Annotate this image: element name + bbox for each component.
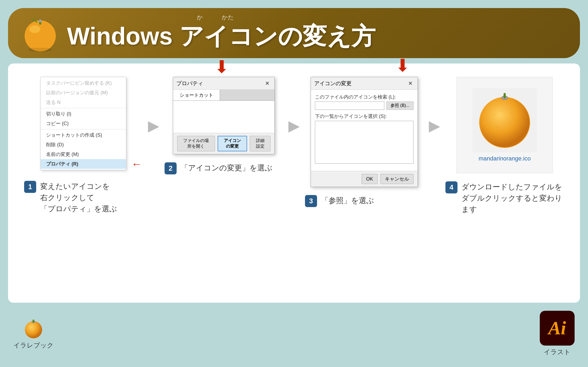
svg-point-10: [480, 98, 530, 147]
context-menu: タスクバーにピン留めする (K) 以前のバージョンの復元 (M) 送る N 切り…: [40, 77, 126, 170]
step-3-number: 3: [305, 195, 317, 207]
brand-right: Ai イラスト: [540, 311, 575, 356]
step-3-desc: 3 「参照」を選ぶ: [305, 195, 423, 207]
menu-item-send: 送る N: [41, 98, 126, 107]
icon-list-label: 下の一覧からアイコンを選択 (S):: [315, 113, 414, 119]
dialog-tab-shortcut[interactable]: ショートカット: [173, 90, 220, 100]
step-4: mandarinorange.ico 4 ダウンロードしたファイルをダブルクリッ…: [445, 77, 564, 215]
mandarin-small-icon: [23, 317, 44, 339]
menu-divider-2: [41, 129, 126, 129]
svg-point-15: [496, 126, 497, 128]
dialog-tabs-2: ショートカット: [173, 90, 274, 101]
filename-text: mandarinorange.ico: [479, 155, 531, 162]
svg-point-2: [29, 25, 40, 33]
icon-search-label: このファイル内のアイコンを検索 (L):: [315, 94, 414, 100]
icon-list-box: [315, 121, 414, 164]
icon-dialog-titlebar: アイコンの変更 ✕: [311, 77, 418, 90]
svg-point-13: [511, 113, 512, 114]
brand-left: イラレブック: [13, 317, 54, 350]
icon-dialog-title: アイコンの変更: [314, 80, 352, 87]
step-4-number: 4: [445, 181, 457, 193]
btn-open-location[interactable]: ファイルの場所を開く: [177, 136, 215, 151]
page-wrapper: か かた Windows アイコンの変え方 タスクバーにピン留めする (K) 以…: [0, 0, 588, 367]
arrow-3: ▶: [429, 117, 440, 134]
title-text-block: か かた Windows アイコンの変え方: [67, 13, 375, 53]
step-4-text: ダウンロードしたファイルをダブルクリックすると変わります: [462, 181, 564, 215]
icon-dialog-close[interactable]: ✕: [406, 79, 414, 87]
svg-point-6: [28, 48, 52, 52]
step-2: プロパティ ✕ ショートカット ファイルの場所を開く アイコンの変更 詳細設定: [165, 77, 283, 174]
step-2-number: 2: [165, 162, 177, 174]
icon-ok-btn[interactable]: OK: [362, 174, 378, 184]
icon-browse-btn[interactable]: 参照 (B)...: [386, 102, 414, 110]
mandarin-icon-header: [21, 14, 59, 52]
arrow-1: ▶: [148, 117, 159, 134]
svg-point-14: [515, 120, 516, 121]
header-banner: か かた Windows アイコンの変え方: [8, 8, 580, 58]
icon-dialog-footer: OK キャンセル: [311, 171, 418, 187]
dialog-title-2: プロパティ: [176, 80, 203, 87]
menu-item-properties[interactable]: プロパティ (R) ←: [41, 159, 126, 169]
red-arrow-properties: ←: [131, 158, 142, 170]
step-2-text: 「アイコンの変更」を選ぶ: [181, 162, 273, 174]
svg-point-12: [501, 110, 503, 111]
svg-point-11: [493, 114, 494, 115]
dialog-titlebar-2: プロパティ ✕: [173, 77, 274, 90]
icon-search-input[interactable]: [315, 102, 384, 110]
step-1: タスクバーにピン留めする (K) 以前のバージョンの復元 (M) 送る N 切り…: [24, 77, 143, 215]
step-3: アイコンの変更 ✕ このファイル内のアイコンを検索 (L): 参照 (B)...…: [305, 77, 423, 207]
bottom-row: イラレブック Ai イラスト: [8, 308, 580, 359]
steps-row: タスクバーにピン留めする (K) 以前のバージョンの復元 (M) 送る N 切り…: [24, 77, 564, 289]
icon-cancel-btn[interactable]: キャンセル: [380, 174, 414, 184]
menu-item-pin: タスクバーにピン留めする (K): [41, 78, 126, 88]
mandarin-large: [472, 88, 537, 152]
step-3-text: 「参照」を選ぶ: [321, 195, 374, 206]
menu-divider-1: [41, 108, 126, 108]
header-title: Windows アイコンの変え方: [67, 20, 375, 53]
step-4-desc: 4 ダウンロードしたファイルをダブルクリックすると変わります: [445, 181, 564, 215]
btn-change-icon[interactable]: アイコンの変更: [218, 136, 247, 151]
svg-point-21: [25, 321, 42, 338]
menu-item-restore: 以前のバージョンの復元 (M): [41, 88, 126, 98]
icon-dialog-body: このファイル内のアイコンを検索 (L): 参照 (B)... 下の一覧からアイコ…: [311, 90, 418, 171]
menu-item-delete: 削除 (D): [41, 140, 126, 149]
step-2-desc: 2 「アイコンの変更」を選ぶ: [165, 162, 283, 174]
arrow-2: ▶: [288, 117, 300, 134]
step-1-desc: 1 変えたいアイコンを右クリックして「プロパティ」を選ぶ: [24, 181, 143, 215]
step-1-text: 変えたいアイコンを右クリックして「プロパティ」を選ぶ: [40, 181, 117, 215]
red-arrow-step3: ⬇: [395, 57, 410, 74]
ai-text: Ai: [548, 317, 566, 339]
step-1-number: 1: [24, 181, 36, 193]
menu-item-cut: 切り取り (I): [41, 109, 126, 119]
svg-rect-19: [504, 93, 506, 98]
menu-item-shortcut: ショートカットの作成 (S): [41, 130, 126, 140]
svg-point-5: [39, 20, 41, 22]
menu-item-rename: 名前の変更 (M): [41, 149, 126, 159]
brand-right-label: イラスト: [544, 348, 571, 356]
brand-left-label: イラレブック: [13, 341, 54, 350]
ai-logo: Ai: [540, 311, 575, 346]
btn-advanced[interactable]: 詳細設定: [250, 136, 270, 151]
main-content: タスクバーにピン留めする (K) 以前のバージョンの復元 (M) 送る N 切り…: [8, 63, 580, 303]
dialog-footer-2: ファイルの場所を開く アイコンの変更 詳細設定: [173, 133, 274, 154]
svg-rect-24: [33, 320, 34, 323]
red-arrow-step2: ⬇: [214, 58, 229, 76]
properties-dialog: プロパティ ✕ ショートカット ファイルの場所を開く アイコンの変更 詳細設定: [173, 77, 275, 154]
svg-point-1: [25, 21, 55, 51]
icon-search-row: 参照 (B)...: [315, 102, 414, 110]
menu-item-copy: コピー (C): [41, 119, 126, 128]
icon-dialog: アイコンの変更 ✕ このファイル内のアイコンを検索 (L): 参照 (B)...…: [311, 77, 418, 187]
file-display: mandarinorange.ico: [456, 77, 553, 173]
dialog-close-2[interactable]: ✕: [263, 79, 271, 87]
dialog-body-2: [173, 101, 274, 133]
